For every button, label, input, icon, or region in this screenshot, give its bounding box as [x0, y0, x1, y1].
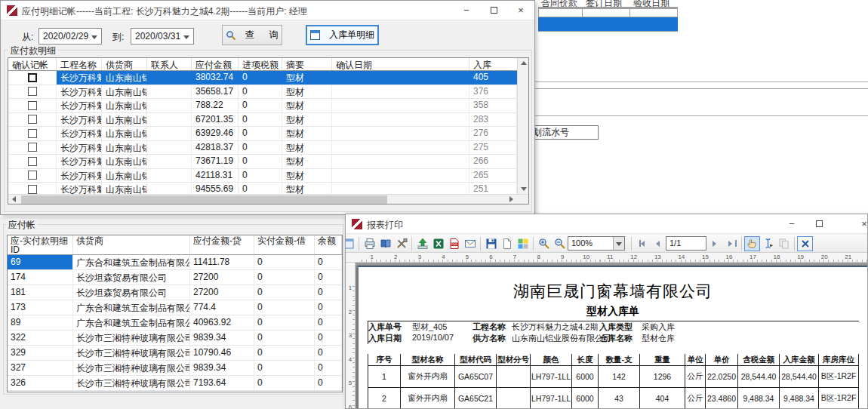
chevron-down-icon[interactable] [183, 35, 189, 42]
contract-column-header[interactable]: 验收日期 [630, 0, 678, 7]
confirm-checkbox[interactable] [28, 185, 37, 194]
detail-column-header[interactable]: 联系人 [147, 58, 192, 70]
table-row[interactable] [538, 31, 678, 32]
text-select-icon[interactable] [760, 236, 776, 251]
confirm-checkbox[interactable] [28, 157, 37, 166]
detail-row[interactable]: 长沙万科魅力... 山东南山铝业... 67201.35 0 型材 283 [8, 113, 517, 128]
next-page-icon[interactable] [706, 236, 722, 251]
mail-icon[interactable] [462, 236, 478, 251]
detail-row[interactable]: 长沙万科魅力... 山东南山铝业... 73671.19 0 型材 266 [8, 155, 517, 169]
vertical-ruler: 123456 [346, 263, 356, 408]
payables-column-header[interactable]: 供货商 [73, 235, 190, 254]
detail-row[interactable]: 长沙万科魅力... 山东南山铝业... 35658.17 0 型材 376 [8, 85, 517, 100]
detail-column-header[interactable]: 确认日期 [332, 58, 469, 70]
confirm-checkbox[interactable] [28, 101, 37, 110]
payables-column-header[interactable]: 实付金额-借 [254, 235, 315, 254]
detail-column-header[interactable]: 供货商 [102, 58, 147, 70]
copy-icon[interactable] [776, 236, 792, 251]
detail-row[interactable]: 长沙万科魅力... 山东南山铝业... 38032.74 0 型材 405 [8, 71, 517, 85]
detail-row[interactable]: 长沙万科魅力... 山东南山铝业... 42118.31 0 型材 265 [8, 169, 517, 183]
minimize-button[interactable]: − [453, 1, 480, 20]
print-icon[interactable] [362, 236, 377, 251]
chevron-down-icon[interactable] [91, 35, 97, 42]
confirm-checkbox[interactable] [28, 115, 37, 124]
scrollbar-thumb[interactable] [21, 195, 387, 204]
detail-row[interactable]: 长沙万科魅力... 山东南山铝业... 63929.46 0 型材 276 [8, 127, 517, 141]
export-icon[interactable] [414, 236, 430, 251]
confirm-checkbox[interactable] [28, 73, 37, 82]
titlebar[interactable]: 应付明细记帐------当前工程: 长沙万科魅力之城4.2期------当前用户… [1, 1, 534, 20]
hand-tool-icon[interactable] [744, 236, 760, 251]
payables-row[interactable]: 173 广东合和建筑五金制品有限公司 774.4 0 0 [8, 300, 342, 315]
zoom-level-combobox[interactable]: 100% [568, 236, 625, 251]
scroll-left-icon[interactable] [8, 195, 20, 204]
table-row-selected[interactable] [538, 17, 678, 31]
detail-column-header[interactable]: 摘要 [282, 58, 332, 70]
scroll-down-icon[interactable] [518, 184, 529, 194]
contract-column-header[interactable]: 签订日期 [583, 0, 630, 7]
detail-row[interactable]: 长沙万科魅力... 山东南山铝业... 788.22 0 型材 358 [8, 99, 517, 113]
payables-row[interactable]: 181 长沙坦森贸易有限公司 27200 0 0 [8, 285, 342, 300]
cell-payable: 10790.46 [190, 346, 254, 360]
inbound-detail-button[interactable]: 入库单明细 [306, 25, 379, 45]
payables-row[interactable]: 329 长沙市三湘特种玻璃有限公司 10790.46 0 0 [8, 346, 342, 361]
titlebar[interactable]: 报表打印 − × [346, 214, 867, 234]
query-button[interactable]: 查 询 [222, 25, 282, 45]
scroll-right-icon[interactable] [506, 195, 517, 204]
zoom-out-icon[interactable] [552, 236, 568, 251]
detail-column-header[interactable]: 工程名称 [57, 58, 102, 70]
confirm-checkbox[interactable] [28, 143, 37, 152]
save-icon[interactable] [483, 236, 499, 251]
zoom-in-icon[interactable] [536, 236, 552, 251]
confirm-checkbox[interactable] [28, 171, 37, 180]
page-icon[interactable] [499, 236, 515, 251]
confirm-checkbox[interactable] [28, 129, 37, 138]
cell-balance: 0 [315, 346, 342, 360]
cell-supplier: 山东南山铝业... [102, 169, 147, 183]
close-button[interactable]: × [851, 214, 868, 234]
detail-row[interactable]: 长沙万科魅力... 山东南山铝业... 94555.69 0 型材 251 [8, 183, 517, 194]
payables-row[interactable]: 89 广东合和建筑五金制品有限公司 40963.92 0 0 [8, 315, 342, 331]
payables-column-header[interactable]: 应付金额-贷 [190, 235, 254, 254]
first-page-icon[interactable] [634, 236, 650, 251]
contract-column-header[interactable]: 合同价款 [538, 0, 583, 7]
payables-row[interactable]: 174 长沙坦森贸易有限公司 27200 0 0 [8, 270, 342, 285]
table-row[interactable] [538, 9, 678, 17]
cell-supplier: 山东南山铝业... [102, 155, 147, 168]
payables-column-header[interactable]: 余额 [315, 235, 342, 254]
detail-column-header[interactable]: 进项税额 [239, 58, 282, 70]
chart-icon[interactable] [515, 236, 531, 251]
payables-column-header[interactable]: 应-实付款明细ID [8, 235, 73, 254]
payables-row[interactable]: 69 广东合和建筑五金制品有限公司 11411.78 0 0 [8, 255, 342, 270]
report-column-header: 数量-支 [599, 354, 640, 366]
print-preview-area[interactable]: 123456 湖南巨晟门窗幕墙有限公司 型材入库单 入库单号 型材_405 工程… [346, 263, 867, 408]
pdf-icon[interactable]: PDF [446, 236, 462, 251]
payables-row[interactable]: 327 长沙市三湘特种玻璃有限公司 9839.34 0 0 [8, 361, 342, 376]
cell-supplier: 长沙市三湘特种玻璃有限公司 [73, 331, 190, 345]
payables-row[interactable]: 326 长沙市三湘特种玻璃有限公司 7193.64 0 0 [8, 376, 342, 391]
page-toggle-icon[interactable] [345, 236, 356, 251]
detail-column-header[interactable]: 应付金额 [192, 58, 239, 70]
prev-page-icon[interactable] [650, 236, 666, 251]
confirm-checkbox[interactable] [28, 87, 37, 96]
chevron-down-icon[interactable] [613, 237, 624, 250]
maximize-button[interactable] [480, 1, 507, 20]
close-button[interactable]: × [507, 1, 534, 20]
from-date-combobox[interactable]: 2020/02/29 [38, 28, 102, 45]
scroll-up-icon[interactable] [518, 58, 529, 68]
tools-icon[interactable] [393, 236, 409, 251]
confirm-cell [8, 155, 57, 168]
minimize-button[interactable]: − [778, 214, 805, 234]
detail-row[interactable]: 长沙万科魅力... 山东南山铝业... 42818.37 0 型材 275 [8, 141, 517, 155]
excel-icon[interactable] [430, 236, 446, 251]
to-date-combobox[interactable]: 2020/03/31 [131, 28, 194, 45]
payables-row[interactable]: 322 长沙市三湘特种玻璃有限公司 9839.34 0 0 [8, 331, 342, 346]
vertical-scrollbar[interactable] [517, 58, 528, 194]
horizontal-scrollbar[interactable] [8, 194, 528, 204]
close-preview-icon[interactable] [797, 236, 813, 251]
detail-column-header[interactable]: 确认记帐 [8, 58, 57, 70]
maximize-button[interactable] [805, 214, 833, 234]
page-number-field[interactable]: 1/1 [666, 236, 706, 251]
book-icon[interactable] [377, 236, 393, 251]
payables-row[interactable]: 长沙市三湘特种玻璃有限公司 [8, 391, 342, 392]
